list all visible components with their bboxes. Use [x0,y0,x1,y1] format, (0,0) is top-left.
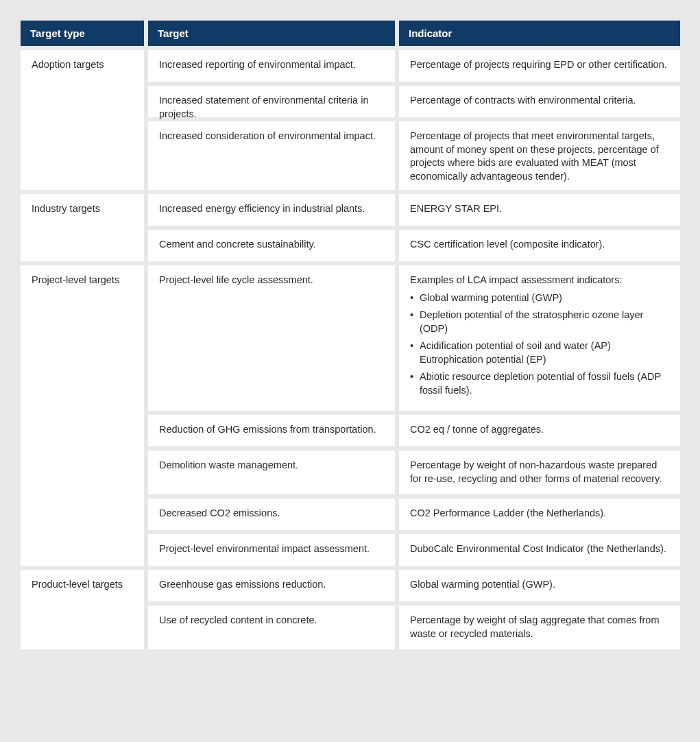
header-target-type: Target type [21,21,144,46]
column-target-type: Target type Adoption targets Industry ta… [21,21,144,649]
target-cell: Use of recycled content in concrete. [148,606,395,649]
indicator-cell: Percentage of contracts with environment… [399,86,680,117]
target-cell: Increased reporting of environmental imp… [148,50,395,82]
indicator-cell: ENERGY STAR EPI. [399,194,680,226]
indicator-cell: Examples of LCA impact assessment indica… [399,265,680,411]
target-cell: Increased energy efficiency in industria… [148,194,395,226]
indicator-list-item: Abiotic resource depletion potential of … [410,370,669,397]
header-target: Target [148,21,395,46]
indicator-list-item: Depletion potential of the stratospheric… [410,309,669,335]
indicator-cell: Global warming potential (GWP). [399,570,680,601]
indicator-cell: CO2 Performance Ladder (the Netherlands)… [399,499,680,530]
target-cell: Greenhouse gas emissions reduction. [148,570,395,601]
header-indicator: Indicator [399,21,680,46]
target-cell: Increased consideration of environmental… [148,121,395,190]
target-cell: Project-level life cycle assessment. [148,265,395,411]
type-cell: Product-level targets [21,570,144,649]
column-target: Target Increased reporting of environmen… [148,21,395,649]
type-cell: Project-level targets [21,265,144,566]
target-cell: Decreased CO2 emissions. [148,499,395,530]
indicator-list: Global warming potential (GWP)Depletion … [410,291,669,398]
indicator-cell: Percentage by weight of slag aggregate t… [399,606,680,649]
target-cell: Project-level environmental impact asses… [148,534,395,566]
indicator-cell: Percentage of projects that meet environ… [399,121,680,190]
indicator-list-item: Acidification potential of soil and wate… [410,339,669,366]
targets-table: Target type Adoption targets Industry ta… [21,21,679,649]
indicator-intro: Examples of LCA impact assessment indica… [410,274,669,287]
indicator-cell: Percentage by weight of non-hazardous wa… [399,451,680,494]
indicator-cell: CSC certification level (composite indic… [399,230,680,261]
target-cell: Demolition waste management. [148,451,395,494]
type-cell: Adoption targets [21,50,144,190]
target-cell: Cement and concrete sustainability. [148,230,395,261]
indicator-cell: Percentage of projects requiring EPD or … [399,50,680,82]
indicator-cell: CO2 eq / tonne of aggregates. [399,415,680,446]
column-indicator: Indicator Percentage of projects requiri… [399,21,680,649]
target-cell: Reduction of GHG emissions from transpor… [148,415,395,446]
type-cell: Industry targets [21,194,144,261]
indicator-list-item: Global warming potential (GWP) [410,291,669,305]
indicator-cell: DuboCalc Environmental Cost Indicator (t… [399,534,680,566]
target-cell: Increased statement of environmental cri… [148,86,395,117]
